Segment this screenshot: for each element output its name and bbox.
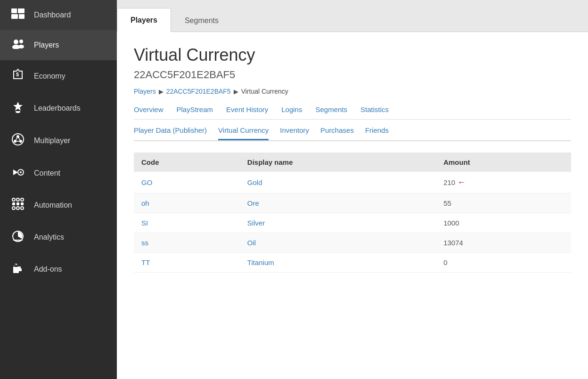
nav-tab-event-history[interactable]: Event History bbox=[226, 105, 268, 119]
breadcrumb-sep-1: ▶ bbox=[159, 88, 163, 95]
content-icon bbox=[9, 166, 26, 181]
sidebar-item-content[interactable]: Content bbox=[0, 157, 117, 189]
analytics-icon bbox=[9, 230, 26, 245]
players-icon bbox=[9, 39, 26, 52]
svg-point-29 bbox=[21, 207, 24, 210]
svg-rect-2 bbox=[11, 14, 18, 19]
cell-amount: 13074 bbox=[436, 233, 571, 253]
tab-players[interactable]: Players bbox=[117, 8, 171, 32]
nav-tab-statistics[interactable]: Statistics bbox=[360, 105, 389, 119]
main-content: Players Segments Virtual Currency 22ACC5… bbox=[117, 0, 588, 379]
leaderboards-icon bbox=[9, 101, 26, 116]
sidebar: Dashboard Players $ Economy bbox=[0, 0, 117, 379]
svg-rect-3 bbox=[19, 14, 24, 19]
sidebar-label-multiplayer: Multiplayer bbox=[34, 137, 70, 145]
nav-tab-playstream[interactable]: PlayStream bbox=[177, 105, 213, 119]
player-id: 22ACC5F201E2BAF5 bbox=[134, 69, 571, 81]
economy-icon: $ bbox=[9, 69, 26, 84]
col-header-code: Code bbox=[134, 153, 240, 172]
sub-tab-purchases[interactable]: Purchases bbox=[320, 126, 354, 140]
sub-tab-friends[interactable]: Friends bbox=[365, 126, 389, 140]
nav-tabs: Overview PlayStream Event History Logins… bbox=[134, 105, 571, 120]
col-header-amount: Amount bbox=[436, 153, 571, 172]
svg-point-27 bbox=[12, 207, 15, 210]
sub-tab-inventory[interactable]: Inventory bbox=[280, 126, 309, 140]
svg-line-16 bbox=[18, 137, 21, 141]
cell-display-name[interactable]: Oil bbox=[240, 233, 436, 253]
svg-rect-10 bbox=[16, 112, 19, 113]
svg-point-24 bbox=[12, 198, 15, 201]
svg-rect-0 bbox=[11, 8, 17, 13]
svg-rect-34 bbox=[19, 266, 21, 268]
cell-display-name[interactable]: Gold bbox=[240, 172, 436, 194]
svg-text:$: $ bbox=[16, 72, 19, 77]
top-tabs-bar: Players Segments bbox=[117, 0, 588, 32]
svg-rect-22 bbox=[16, 202, 19, 205]
table-row: TTTitanium0 bbox=[134, 253, 571, 273]
dashboard-icon bbox=[9, 8, 26, 22]
sidebar-label-economy: Economy bbox=[34, 72, 65, 81]
sidebar-label-addons: Add-ons bbox=[34, 265, 62, 274]
svg-point-25 bbox=[16, 198, 19, 201]
sidebar-item-analytics[interactable]: Analytics bbox=[0, 221, 117, 253]
tab-segments[interactable]: Segments bbox=[171, 8, 232, 32]
cell-amount: 1000 bbox=[436, 213, 571, 233]
sub-tab-virtual-currency[interactable]: Virtual Currency bbox=[218, 126, 269, 140]
table-row: ssOil13074 bbox=[134, 233, 571, 253]
sidebar-item-leaderboards[interactable]: Leaderboards bbox=[0, 92, 117, 124]
table-row: GOGold210 ← bbox=[134, 172, 571, 194]
multiplayer-icon bbox=[9, 133, 26, 149]
sidebar-item-addons[interactable]: Add-ons bbox=[0, 253, 117, 285]
cell-display-name[interactable]: Titanium bbox=[240, 253, 436, 273]
breadcrumb: Players ▶ 22ACC5F201E2BAF5 ▶ Virtual Cur… bbox=[134, 88, 571, 95]
cell-code[interactable]: ss bbox=[134, 233, 240, 253]
svg-point-6 bbox=[19, 40, 23, 43]
cell-code[interactable]: SI bbox=[134, 213, 240, 233]
svg-rect-1 bbox=[18, 8, 24, 13]
sidebar-item-dashboard[interactable]: Dashboard bbox=[0, 0, 117, 30]
nav-tab-logins[interactable]: Logins bbox=[281, 105, 302, 119]
cell-code[interactable]: oh bbox=[134, 194, 240, 213]
nav-tab-segments[interactable]: Segments bbox=[315, 105, 347, 119]
svg-point-7 bbox=[18, 45, 24, 48]
page-title: Virtual Currency bbox=[134, 45, 571, 65]
breadcrumb-current: Virtual Currency bbox=[241, 88, 288, 95]
cell-amount: 210 ← bbox=[436, 172, 571, 194]
cell-code[interactable]: TT bbox=[134, 253, 240, 273]
addons-icon bbox=[9, 262, 26, 277]
sidebar-item-economy[interactable]: $ Economy bbox=[0, 60, 117, 92]
sidebar-item-automation[interactable]: Automation bbox=[0, 189, 117, 221]
svg-rect-33 bbox=[18, 268, 22, 271]
breadcrumb-players-link[interactable]: Players bbox=[134, 88, 156, 95]
cell-display-name[interactable]: Ore bbox=[240, 194, 436, 213]
sidebar-label-players: Players bbox=[34, 41, 59, 49]
svg-rect-23 bbox=[21, 202, 24, 205]
col-header-display-name: Display name bbox=[240, 153, 436, 172]
svg-point-4 bbox=[14, 40, 18, 44]
sidebar-label-leaderboards: Leaderboards bbox=[34, 104, 81, 113]
cell-code[interactable]: GO bbox=[134, 172, 240, 194]
svg-point-26 bbox=[21, 198, 24, 201]
content-area: Virtual Currency 22ACC5F201E2BAF5 Player… bbox=[117, 32, 588, 379]
table-row: ohOre55 bbox=[134, 194, 571, 213]
sub-tab-player-data-publisher[interactable]: Player Data (Publisher) bbox=[134, 126, 207, 140]
sidebar-item-multiplayer[interactable]: Multiplayer bbox=[0, 124, 117, 157]
nav-tab-overview[interactable]: Overview bbox=[134, 105, 163, 119]
breadcrumb-playerid-link[interactable]: 22ACC5F201E2BAF5 bbox=[166, 88, 231, 95]
automation-icon bbox=[9, 198, 26, 213]
svg-rect-21 bbox=[12, 202, 15, 205]
table-row: SISilver1000 bbox=[134, 213, 571, 233]
cell-display-name[interactable]: Silver bbox=[240, 213, 436, 233]
sub-tabs: Player Data (Publisher) Virtual Currency… bbox=[134, 126, 571, 141]
sidebar-label-automation: Automation bbox=[34, 201, 72, 210]
breadcrumb-sep-2: ▶ bbox=[234, 88, 238, 95]
sidebar-label-dashboard: Dashboard bbox=[34, 11, 71, 19]
sidebar-item-players[interactable]: Players bbox=[0, 30, 117, 60]
cell-amount: 55 bbox=[436, 194, 571, 213]
svg-marker-18 bbox=[13, 169, 18, 175]
virtual-currency-table: Code Display name Amount GOGold210 ←ohOr… bbox=[134, 153, 571, 273]
arrow-indicator: ← bbox=[457, 177, 466, 187]
sidebar-label-analytics: Analytics bbox=[34, 233, 64, 242]
cell-amount: 0 bbox=[436, 253, 571, 273]
sidebar-label-content: Content bbox=[34, 169, 60, 177]
